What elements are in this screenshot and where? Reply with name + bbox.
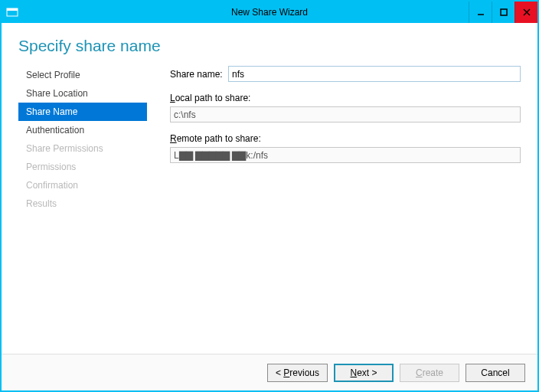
app-icon (6, 6, 18, 18)
window-title: New Share Wizard (2, 7, 537, 18)
svg-rect-1 (7, 8, 18, 11)
share-name-row: Share name: (170, 66, 521, 82)
share-name-input[interactable] (228, 66, 521, 82)
next-button[interactable]: Next > (334, 364, 394, 382)
local-path-input[interactable] (170, 106, 521, 122)
titlebar: New Share Wizard (2, 2, 537, 23)
local-path-label: Local path to share: (170, 93, 521, 103)
local-path-row: Local path to share: (170, 93, 521, 122)
footer: < Previous Next > Create Cancel (2, 354, 537, 390)
page-heading: Specify share name (2, 23, 537, 66)
content-area: Specify share name Select ProfileShare L… (2, 23, 537, 390)
sidebar-step-results: Results (18, 194, 147, 213)
sidebar-step-permissions: Permissions (18, 158, 147, 176)
remote-path-row: Remote path to share: (170, 133, 521, 163)
sidebar-step-share-location[interactable]: Share Location (18, 84, 147, 103)
previous-button[interactable]: < Previous (267, 364, 328, 382)
cancel-button[interactable]: Cancel (466, 364, 525, 382)
remote-path-input[interactable] (170, 147, 521, 163)
wizard-steps-sidebar: Select ProfileShare LocationShare NameAu… (18, 66, 147, 354)
window-controls (469, 2, 537, 23)
sidebar-step-share-name[interactable]: Share Name (18, 103, 147, 121)
sidebar-step-confirmation: Confirmation (18, 176, 147, 194)
create-button: Create (400, 364, 459, 382)
sidebar-step-authentication[interactable]: Authentication (18, 121, 147, 139)
svg-rect-3 (501, 9, 507, 15)
wizard-window: New Share Wizard Specify share name Sele… (0, 0, 539, 392)
body: Select ProfileShare LocationShare NameAu… (2, 66, 537, 354)
close-button[interactable] (514, 2, 537, 23)
sidebar-step-share-permissions: Share Permissions (18, 139, 147, 158)
minimize-button[interactable] (469, 2, 492, 23)
sidebar-step-select-profile[interactable]: Select Profile (18, 66, 147, 84)
share-name-label: Share name: (170, 69, 228, 80)
remote-path-label: Remote path to share: (170, 133, 521, 144)
maximize-button[interactable] (492, 2, 514, 23)
main-panel: Share name: Local path to share: Remote … (147, 66, 521, 354)
